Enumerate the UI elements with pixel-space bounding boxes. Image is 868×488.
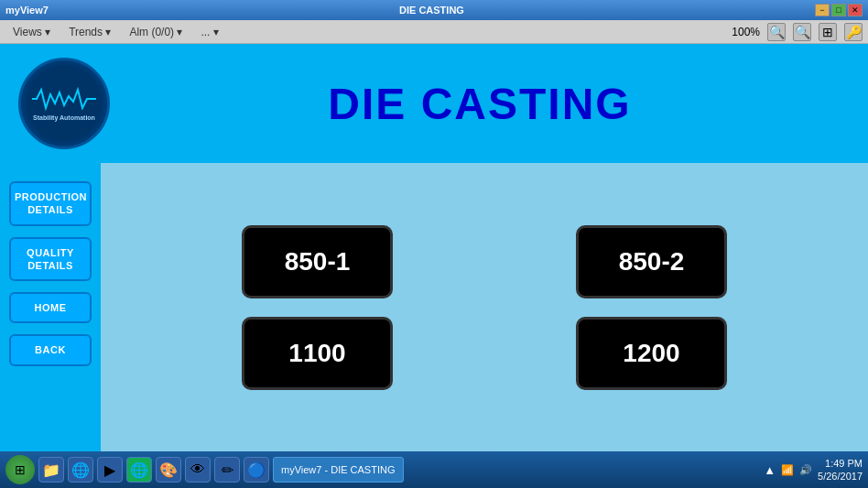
zoom-out-button[interactable]: 🔍 (767, 23, 786, 41)
taskbar-icon-paint[interactable]: 🎨 (156, 457, 181, 483)
lock-button[interactable]: 🔑 (844, 23, 863, 41)
zoom-in-button[interactable]: 🔍 (793, 23, 811, 41)
taskbar-icon-pen[interactable]: ✏ (214, 457, 240, 483)
page: myView7 DIE CASTING − □ ✕ Views ▾ Trends… (0, 0, 868, 488)
maximize-button[interactable]: □ (831, 4, 846, 16)
menu-bar: Views ▾ Trends ▾ Alm (0/0) ▾ ... ▾ 100% … (0, 20, 868, 44)
logo: Stability Automation (18, 58, 110, 149)
machine-row-2: 1100 1200 (119, 317, 850, 390)
taskbar-icon-blue[interactable]: 🔵 (244, 457, 269, 483)
taskbar-app-myview[interactable]: myView7 - DIE CASTING (273, 457, 404, 483)
machine-row-1: 850-1 850-2 (119, 225, 850, 298)
back-button[interactable]: BACK (9, 334, 92, 365)
menu-more[interactable]: ... ▾ (193, 24, 225, 40)
taskbar-icon-chrome[interactable]: 🌐 (126, 457, 152, 483)
sidebar: PRODUCTIONDETAILS QUALITYDETAILS HOME BA… (0, 163, 101, 451)
menu-trends[interactable]: Trends ▾ (61, 24, 118, 40)
date-display: 5/26/2017 (818, 470, 863, 483)
quality-details-button[interactable]: QUALITYDETAILS (9, 237, 92, 282)
header-title: DIE CASTING (110, 79, 850, 129)
window-title: DIE CASTING (49, 5, 815, 16)
menu-views[interactable]: Views ▾ (5, 24, 58, 40)
machine-1200-button[interactable]: 1200 (576, 317, 727, 390)
logo-text: Stability Automation (33, 114, 95, 122)
title-bar-controls: − □ ✕ (815, 4, 863, 16)
zoom-controls: 100% 🔍 🔍 ⊞ 🔑 (732, 23, 863, 41)
header-band: Stability Automation DIE CASTING (0, 44, 868, 163)
machine-850-1-button[interactable]: 850-1 (242, 225, 393, 298)
home-button[interactable]: HOME (9, 292, 92, 323)
title-bar: myView7 DIE CASTING − □ ✕ (0, 0, 868, 20)
menu-alm[interactable]: Alm (0/0) ▾ (122, 24, 190, 40)
taskbar-icon-files[interactable]: 📁 (38, 457, 64, 483)
taskbar-icon-ie[interactable]: 🌐 (68, 457, 93, 483)
main-section: Stability Automation DIE CASTING PRODUCT… (0, 44, 868, 451)
machine-850-2-button[interactable]: 850-2 (576, 225, 727, 298)
taskbar-icon-media[interactable]: ▶ (97, 457, 123, 483)
logo-inner: Stability Automation (32, 85, 96, 122)
fit-button[interactable]: ⊞ (819, 23, 837, 41)
title-bar-left: myView7 (5, 5, 49, 16)
body-section: PRODUCTIONDETAILS QUALITYDETAILS HOME BA… (0, 163, 868, 451)
system-clock: 1:49 PM 5/26/2017 (818, 457, 863, 483)
machine-1100-button[interactable]: 1100 (242, 317, 393, 390)
main-content: 850-1 850-2 1100 1200 (101, 163, 868, 451)
zoom-level: 100% (732, 26, 760, 38)
taskbar: ⊞ 📁 🌐 ▶ 🌐 🎨 👁 ✏ 🔵 myView7 - DIE CASTING … (0, 451, 868, 488)
time-display: 1:49 PM (818, 457, 863, 470)
app-name: myView7 (5, 5, 49, 16)
taskbar-icon-eye[interactable]: 👁 (185, 457, 211, 483)
production-details-button[interactable]: PRODUCTIONDETAILS (9, 181, 92, 226)
taskbar-right: ▲ 📶 🔊 1:49 PM 5/26/2017 (764, 457, 863, 483)
start-button[interactable]: ⊞ (5, 455, 35, 484)
minimize-button[interactable]: − (815, 4, 830, 16)
close-button[interactable]: ✕ (848, 4, 863, 16)
